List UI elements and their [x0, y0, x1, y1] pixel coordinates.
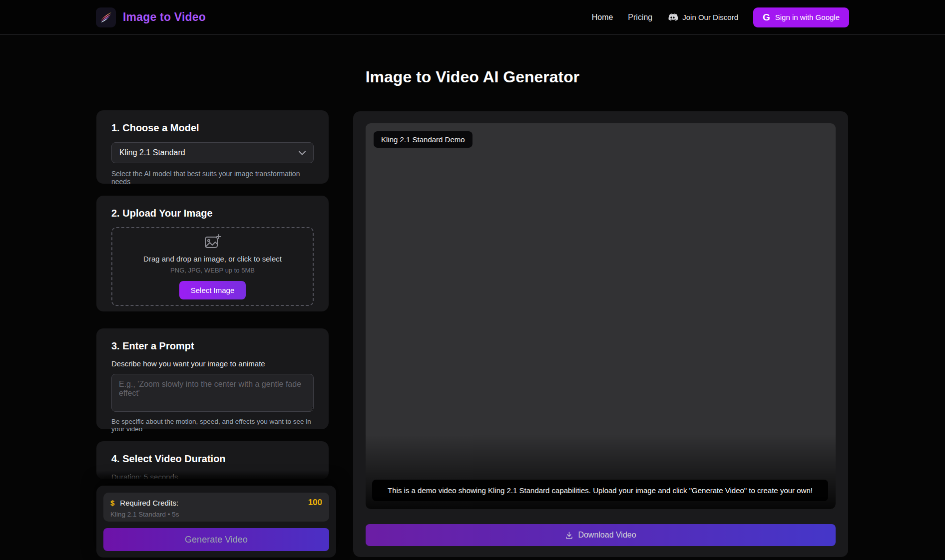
- brand-title: Image to Video: [123, 10, 206, 24]
- app-logo-icon: [96, 7, 116, 27]
- google-signin-button[interactable]: G Sign in with Google: [753, 7, 849, 27]
- discord-link-label: Join Our Discord: [682, 13, 738, 21]
- model-section-card: 1. Choose a Model Kling 2.1 Standard Sel…: [96, 110, 329, 184]
- image-plus-icon: [204, 234, 222, 250]
- credits-detail: Kling 2.1 Standard • 5s: [110, 511, 322, 518]
- prompt-section-heading: 3. Enter a Prompt: [111, 340, 314, 352]
- demo-badge: Kling 2.1 Standard Demo: [374, 131, 472, 148]
- duration-section-card: 4. Select Video Duration Duration: 5 sec…: [96, 441, 329, 479]
- coin-icon: [110, 499, 114, 507]
- generate-panel: Required Credits: 100 Kling 2.1 Standard…: [96, 486, 336, 558]
- prompt-label: Describe how you want your image to anim…: [111, 359, 314, 368]
- prompt-textarea[interactable]: [111, 374, 314, 412]
- preview-panel: Kling 2.1 Standard Demo This is a demo v…: [353, 111, 848, 557]
- model-section-heading: 1. Choose a Model: [111, 122, 314, 134]
- credits-box: Required Credits: 100 Kling 2.1 Standard…: [103, 493, 329, 522]
- select-image-button[interactable]: Select Image: [179, 281, 246, 299]
- nav-home-link[interactable]: Home: [592, 13, 613, 22]
- nav-links: Home Pricing Join Our Discord G Sign in …: [592, 7, 849, 27]
- duration-value-label: Duration: 5 seconds: [111, 473, 314, 479]
- navbar-inner: Image to Video Home Pricing Join Our Dis…: [96, 0, 849, 34]
- page-title: Image to Video AI Generator: [0, 68, 945, 86]
- navbar: Image to Video Home Pricing Join Our Dis…: [0, 0, 945, 35]
- credits-label: Required Credits:: [120, 499, 178, 507]
- brand[interactable]: Image to Video: [96, 7, 206, 27]
- google-g-icon: G: [763, 12, 770, 22]
- google-signin-label: Sign in with Google: [775, 13, 840, 21]
- upload-section-heading: 2. Upload Your Image: [111, 208, 314, 219]
- prompt-helper-text: Be specific about the motion, speed, and…: [111, 418, 314, 433]
- dropzone-title: Drag and drop an image, or click to sele…: [143, 255, 282, 263]
- image-dropzone[interactable]: Drag and drop an image, or click to sele…: [111, 227, 314, 306]
- download-button-label: Download Video: [578, 531, 636, 540]
- dropzone-hint: PNG, JPG, WEBP up to 5MB: [170, 267, 255, 274]
- download-video-button[interactable]: Download Video: [366, 524, 836, 546]
- credits-row: Required Credits: 100: [110, 498, 322, 508]
- nav-pricing-link[interactable]: Pricing: [628, 13, 652, 22]
- generate-video-button[interactable]: Generate Video: [103, 528, 329, 551]
- download-icon: [565, 531, 573, 540]
- demo-video-player[interactable]: Kling 2.1 Standard Demo This is a demo v…: [366, 123, 836, 509]
- model-select[interactable]: Kling 2.1 Standard: [111, 142, 314, 163]
- nav-discord-link[interactable]: Join Our Discord: [667, 13, 738, 21]
- model-helper-text: Select the AI model that best suits your…: [111, 170, 314, 186]
- upload-section-card: 2. Upload Your Image Drag and drop an im…: [96, 196, 329, 311]
- duration-section-heading: 4. Select Video Duration: [111, 453, 314, 465]
- prompt-section-card: 3. Enter a Prompt Describe how you want …: [96, 328, 329, 429]
- model-select-value: Kling 2.1 Standard: [119, 148, 185, 157]
- discord-icon: [667, 13, 678, 21]
- credits-value: 100: [308, 498, 322, 508]
- demo-caption: This is a demo video showing Kling 2.1 S…: [372, 480, 828, 501]
- chevron-down-icon: [299, 151, 306, 155]
